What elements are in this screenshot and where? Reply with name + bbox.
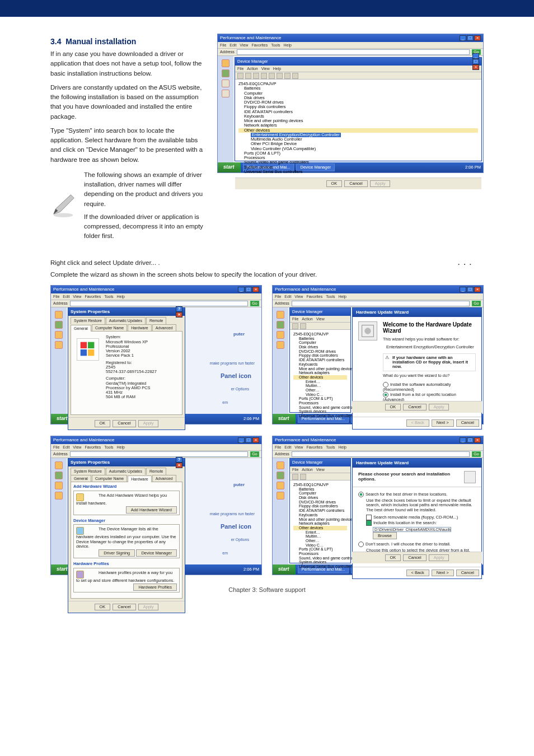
address-field[interactable] bbox=[237, 49, 470, 55]
sp-apply: Apply bbox=[138, 420, 159, 427]
browse-button[interactable]: Browse bbox=[373, 532, 397, 539]
radio-search-best[interactable]: Search for the best driver in these loca… bbox=[358, 492, 476, 497]
note-text-b: If the downloaded driver or application … bbox=[84, 212, 207, 241]
dm-title: Device Manager bbox=[237, 59, 268, 64]
wiz-next[interactable]: Next > bbox=[432, 419, 454, 426]
dm-heading: Device Manager bbox=[73, 519, 180, 523]
dm-menu[interactable]: FileActionViewHelp bbox=[235, 66, 481, 72]
sp-tabs-row1[interactable]: System RestoreAutomatic UpdatesRemote bbox=[68, 316, 185, 324]
tab-general: General bbox=[71, 325, 91, 332]
check-removable[interactable]: Search removable media (floppy, CD-ROM..… bbox=[366, 515, 476, 520]
close-button[interactable]: × bbox=[474, 35, 481, 41]
sp-close[interactable]: × bbox=[176, 312, 182, 318]
wizard-title: Hardware Update Wizard bbox=[353, 308, 481, 317]
check-include-location[interactable]: Include this location in the search: bbox=[366, 520, 476, 526]
address-label: Address bbox=[220, 50, 235, 54]
svg-rect-6 bbox=[88, 349, 94, 356]
side-panel bbox=[218, 56, 233, 162]
minimize-button[interactable]: _ bbox=[460, 35, 466, 41]
device-manager-icon bbox=[76, 527, 84, 535]
dm-min[interactable]: _ bbox=[472, 53, 479, 59]
cd-warning-icon: ⚠ bbox=[385, 356, 389, 370]
hardware-profiles-button[interactable]: Hardware Profiles bbox=[133, 584, 177, 591]
apply-button: Apply bbox=[370, 180, 391, 187]
para-3: Type "System" into search box to locate … bbox=[50, 126, 207, 165]
wiz-cancel[interactable]: Cancel bbox=[456, 419, 479, 426]
ellipsis: . . . bbox=[458, 258, 484, 268]
cancel-button[interactable]: Cancel bbox=[344, 180, 367, 187]
dm-close[interactable]: × bbox=[472, 64, 479, 70]
wiz2-next[interactable]: Next > bbox=[432, 570, 454, 576]
hardware-wizard-icon bbox=[76, 493, 84, 501]
hp-heading: Hardware Profiles bbox=[73, 562, 180, 566]
tab-hardware: Hardware bbox=[128, 475, 151, 483]
sp-title: System Properties bbox=[71, 310, 110, 315]
para-2: Drivers are constantly updated on the AS… bbox=[50, 83, 207, 122]
wizard2-heading: Please choose your search and installati… bbox=[358, 472, 464, 482]
svg-point-8 bbox=[364, 328, 371, 334]
dm-max[interactable]: □ bbox=[472, 59, 479, 64]
wizard-icon bbox=[358, 321, 377, 340]
sp-tabs-row2[interactable]: GeneralComputer NameHardwareAdvanced bbox=[68, 324, 185, 332]
section-number: 3.4 bbox=[50, 37, 61, 46]
wiz2-cancel[interactable]: Cancel bbox=[456, 570, 479, 576]
note-text-a: The following shows an example of driver… bbox=[84, 170, 207, 209]
para-1: If in any case you have downloaded a dri… bbox=[50, 49, 207, 78]
device-tree[interactable]: Z545-E0Q1CPAJVP Batteries Computer Disk … bbox=[235, 80, 481, 178]
para-4: Right click and select Update driver... … bbox=[50, 259, 160, 266]
ahw-heading: Add Hardware Wizard bbox=[73, 484, 180, 489]
help-button[interactable]: ? bbox=[176, 306, 182, 312]
hardware-profiles-icon bbox=[76, 571, 84, 578]
menu-bar[interactable]: FileEditView FavoritesToolsHelp bbox=[218, 42, 483, 48]
device-manager-button[interactable]: Device Manager bbox=[136, 549, 177, 557]
doc-header-bar bbox=[0, 0, 534, 17]
screenshot-device-manager: Performance and Maintenance _ □ × FileEd… bbox=[217, 34, 484, 173]
svg-rect-4 bbox=[88, 342, 94, 348]
para-5: Complete the wizard as shown in the scre… bbox=[50, 270, 484, 279]
add-hardware-wizard-button[interactable]: Add Hardware Wizard bbox=[126, 506, 177, 514]
sp-ok[interactable]: OK bbox=[95, 420, 111, 427]
wizard-heading: Welcome to the Hardware Update Wizard bbox=[383, 321, 476, 334]
sp-cancel[interactable]: Cancel bbox=[113, 420, 135, 427]
window-title: Performance and Maintenance bbox=[220, 36, 281, 41]
section-title: Manual installation bbox=[65, 37, 136, 46]
wiz2-back[interactable]: < Back bbox=[406, 570, 429, 576]
screenshot-sysprops-general: Performance and Maintenance _□× FileEdit… bbox=[50, 285, 262, 424]
svg-point-0 bbox=[54, 213, 73, 218]
radio-dont-search[interactable]: Don't search. I will choose the driver t… bbox=[358, 542, 476, 547]
svg-rect-5 bbox=[81, 349, 87, 356]
wizard-small-icon bbox=[464, 471, 476, 483]
screenshot-wizard-search: Performance and Maintenance_□× FileEditV… bbox=[272, 436, 484, 575]
svg-rect-3 bbox=[81, 342, 87, 348]
driver-signing-button[interactable]: Driver Signing bbox=[99, 549, 135, 557]
ok-button[interactable]: OK bbox=[326, 180, 343, 187]
maximize-button[interactable]: □ bbox=[467, 35, 474, 41]
windows-logo-icon bbox=[77, 338, 99, 361]
wiz-back: < Back bbox=[406, 419, 429, 426]
screenshot-sysprops-hardware: Performance and Maintenance_□× FileEditV… bbox=[50, 436, 262, 575]
radio-auto[interactable]: Install the software automatically (Reco… bbox=[383, 382, 476, 392]
dm-toolbar[interactable] bbox=[235, 72, 481, 80]
driver-path-input[interactable]: D:\Drivers\Driver_Chipset\AMD\XILCN\audi… bbox=[373, 527, 451, 533]
note-icon bbox=[50, 193, 76, 218]
screenshot-wizard-welcome: Performance and Maintenance_□× FileEditV… bbox=[272, 285, 484, 424]
